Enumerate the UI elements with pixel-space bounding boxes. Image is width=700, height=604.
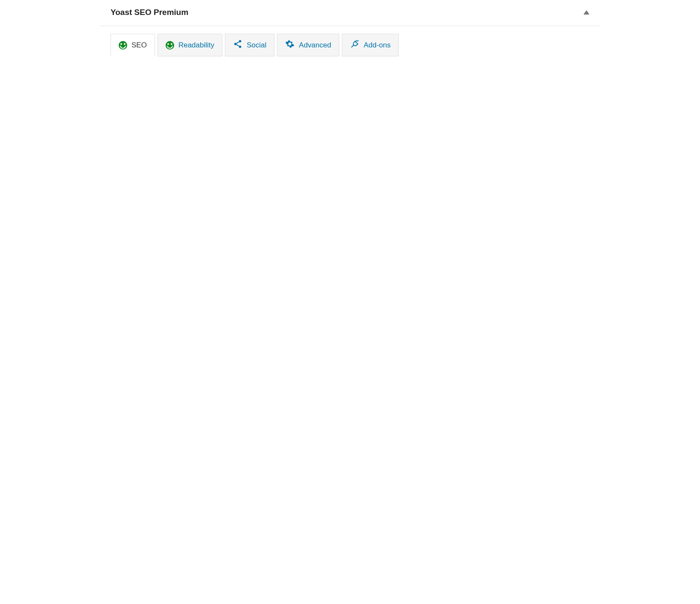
snippet-desc-text: is awesome! bbox=[158, 185, 201, 193]
cornerstone-section[interactable]: Cornerstone content bbox=[101, 311, 599, 342]
edit-snippet-button[interactable]: Edit snippet bbox=[152, 211, 213, 229]
panel-title: Yoast SEO Premium bbox=[111, 8, 188, 17]
share-icon bbox=[233, 39, 242, 51]
snippet-title[interactable]: YOAST SEO PREMIUM: THE #1 SEO PLUGIN - W… bbox=[122, 166, 346, 179]
focus-keyphrase-input[interactable] bbox=[111, 81, 589, 101]
smiley-icon bbox=[111, 250, 120, 259]
seo-analysis-subtitle: Yoast SEO bbox=[125, 260, 177, 268]
panel-collapse-toggle[interactable] bbox=[583, 10, 589, 15]
svg-point-1 bbox=[234, 43, 237, 45]
tab-seo[interactable]: SEO bbox=[111, 34, 155, 56]
tab-social-label: Social bbox=[247, 41, 266, 50]
chevron-down-icon[interactable] bbox=[580, 353, 589, 362]
tab-social[interactable]: Social bbox=[225, 34, 274, 56]
add-related-keyphrase-section[interactable]: + Add related keyphrase bbox=[101, 279, 599, 311]
focus-keyphrase-section: Focus keyphrase ? bbox=[101, 56, 599, 111]
svg-point-4 bbox=[120, 223, 121, 223]
device-toggle bbox=[111, 211, 148, 229]
tab-addons-label: Add-ons bbox=[364, 41, 391, 50]
plus-icon: + bbox=[111, 289, 117, 301]
svg-rect-3 bbox=[118, 216, 122, 224]
chevron-down-icon[interactable] bbox=[580, 290, 589, 299]
tab-bar: SEO Readability Social Advanced bbox=[111, 34, 589, 56]
chevron-down-icon[interactable] bbox=[580, 248, 589, 257]
mobile-preview-button[interactable] bbox=[111, 212, 129, 228]
panel-header: Yoast SEO Premium bbox=[100, 0, 600, 26]
edit-snippet-label: Edit snippet bbox=[170, 216, 206, 224]
snippet-description[interactable]: Yoast SEO is awesome! bbox=[122, 185, 346, 193]
seo-analysis-title: SEO analysis bbox=[125, 249, 177, 259]
gear-icon bbox=[285, 39, 295, 51]
plug-icon bbox=[350, 39, 359, 51]
add-related-label: Add related keyphrase bbox=[123, 290, 208, 300]
desktop-preview-button[interactable] bbox=[129, 212, 147, 228]
focus-keyphrase-label: Focus keyphrase bbox=[111, 67, 170, 75]
pencil-icon bbox=[158, 216, 166, 224]
snippet-preview-section: Snippet Preview local.wordpress.test › y… bbox=[101, 111, 599, 239]
svg-rect-5 bbox=[134, 217, 142, 222]
tab-advanced[interactable]: Advanced bbox=[277, 34, 339, 56]
insights-label: Insights bbox=[111, 352, 140, 362]
tab-addons[interactable]: Add-ons bbox=[342, 34, 399, 56]
svg-point-2 bbox=[239, 46, 242, 48]
snippet-url: local.wordpress.test › yoast-seo-premium… bbox=[136, 153, 296, 160]
tab-seo-label: SEO bbox=[131, 41, 147, 50]
smiley-icon bbox=[119, 41, 127, 50]
globe-icon bbox=[122, 152, 129, 160]
cornerstone-label: Cornerstone content bbox=[111, 322, 188, 331]
snippet-preview-heading: Snippet Preview bbox=[111, 122, 173, 132]
help-icon[interactable]: ? bbox=[175, 67, 183, 75]
chevron-up-icon[interactable] bbox=[580, 124, 589, 133]
snippet-card: local.wordpress.test › yoast-seo-premium… bbox=[111, 144, 356, 203]
chevron-down-icon[interactable] bbox=[580, 323, 589, 331]
svg-point-0 bbox=[239, 40, 242, 43]
tab-readability-label: Readability bbox=[178, 41, 214, 50]
tab-readability[interactable]: Readability bbox=[158, 34, 222, 56]
seo-analysis-section[interactable]: SEO analysis Yoast SEO bbox=[101, 239, 599, 279]
tab-advanced-label: Advanced bbox=[299, 41, 331, 50]
snippet-desc-bold: Yoast SEO bbox=[122, 185, 158, 193]
insights-section[interactable]: Insights bbox=[101, 342, 599, 372]
smiley-icon bbox=[166, 41, 174, 50]
